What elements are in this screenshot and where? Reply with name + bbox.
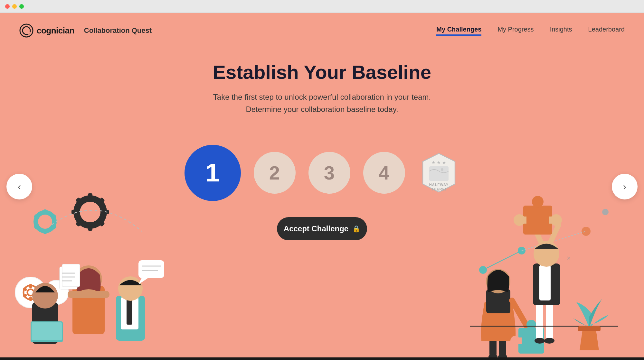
svg-rect-40 (32, 322, 62, 340)
hero-subtitle: Take the first step to unlock powerful c… (0, 91, 644, 116)
svg-rect-5 (429, 166, 449, 181)
svg-point-89 (535, 338, 545, 344)
svg-point-60 (602, 209, 609, 215)
svg-point-90 (544, 338, 554, 344)
step-2[interactable]: 2 (254, 152, 296, 194)
svg-point-6 (441, 168, 443, 171)
nav-leaderboard[interactable]: Leaderboard (588, 26, 625, 36)
hero-subtitle-line1: Take the first step to unlock powerful c… (213, 93, 431, 101)
step-4[interactable]: 4 (363, 152, 405, 194)
accept-challenge-label: Accept Challenge (284, 224, 348, 233)
svg-rect-92 (578, 326, 601, 331)
svg-rect-24 (43, 229, 47, 234)
steps-row: 1 2 3 4 ★ ★ ★ HALFWAY THERE! (0, 145, 644, 201)
svg-rect-74 (517, 337, 522, 344)
close-button[interactable] (5, 4, 10, 9)
svg-text:★ ★ ★: ★ ★ ★ (431, 160, 446, 165)
lock-icon: 🔒 (352, 225, 360, 233)
logo-icon (19, 23, 33, 38)
svg-rect-33 (29, 297, 32, 301)
svg-text:HALFWAY: HALFWAY (429, 183, 448, 187)
window-chrome (0, 0, 644, 13)
prev-arrow[interactable]: ‹ (6, 174, 32, 199)
svg-text:×: × (567, 254, 571, 262)
halfway-badge: ★ ★ ★ HALFWAY THERE! (418, 152, 460, 194)
svg-rect-87 (539, 265, 551, 300)
nav-my-challenges[interactable]: My Challenges (436, 26, 481, 36)
nav-links: My Challenges My Progress Insights Leade… (436, 26, 625, 36)
hero-section: Establish Your Baseline Take the first s… (0, 48, 644, 125)
svg-point-20 (38, 215, 52, 229)
svg-line-61 (483, 251, 522, 270)
nav-my-progress[interactable]: My Progress (497, 26, 534, 36)
step-1[interactable]: 1 (185, 145, 241, 201)
svg-rect-49 (62, 264, 80, 287)
logo-area: cognician (19, 23, 74, 38)
svg-point-2 (27, 31, 30, 34)
minimize-button[interactable] (12, 4, 17, 9)
svg-point-10 (80, 202, 100, 222)
svg-rect-46 (127, 299, 132, 325)
hero-title: Establish Your Baseline (0, 61, 644, 83)
bottom-bar (0, 357, 644, 360)
svg-rect-53 (138, 260, 164, 278)
svg-point-47 (118, 276, 143, 301)
badge-hexagon: ★ ★ ★ HALFWAY THERE! (418, 152, 460, 194)
logo-text: cognician (37, 26, 74, 36)
hero-subtitle-line2: Determine your collaboration baseline to… (246, 105, 398, 114)
app-container: cognician Collaboration Quest My Challen… (0, 13, 644, 360)
maximize-button[interactable] (19, 4, 24, 9)
svg-rect-15 (88, 224, 92, 231)
step-3[interactable]: 3 (308, 152, 350, 194)
next-arrow-icon: › (623, 181, 626, 192)
app-name: Collaboration Quest (84, 26, 152, 35)
next-arrow[interactable]: › (612, 174, 638, 199)
svg-text:THERE!: THERE! (431, 187, 446, 191)
svg-rect-21 (43, 209, 47, 215)
svg-point-72 (526, 320, 536, 329)
svg-rect-83 (536, 302, 543, 341)
accept-challenge-button[interactable]: Accept Challenge 🔒 (277, 217, 367, 240)
prev-arrow-icon: ‹ (18, 181, 21, 192)
svg-rect-80 (521, 217, 526, 224)
svg-rect-82 (549, 217, 554, 224)
nav-insights[interactable]: Insights (550, 26, 572, 36)
svg-rect-77 (523, 206, 552, 235)
svg-rect-84 (546, 302, 553, 341)
svg-rect-30 (29, 284, 32, 288)
svg-rect-17 (71, 210, 79, 214)
svg-rect-43 (68, 291, 109, 298)
navbar: cognician Collaboration Quest My Challen… (0, 13, 644, 48)
svg-point-0 (20, 24, 33, 37)
